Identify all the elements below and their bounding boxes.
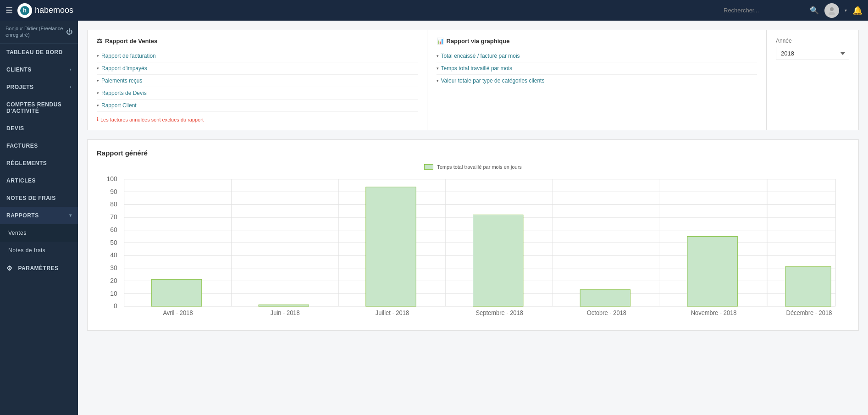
report-graphique-col: 📊 Rapport via graphique ▾ Total encaissé…: [427, 30, 767, 130]
year-label: Année: [776, 38, 849, 44]
link-total-encaisse[interactable]: ▾ Total encaissé / facturé par mois: [437, 50, 757, 62]
sidebar-item-ventes[interactable]: Ventes: [0, 224, 78, 242]
link-impayes[interactable]: ▾ Rapport d'impayés: [97, 62, 418, 75]
logo-text: habemoos: [35, 6, 73, 15]
sidebar-label-clients: CLIENTS: [6, 66, 32, 73]
sidebar-item-articles[interactable]: ARTICLES: [0, 172, 78, 189]
sidebar-item-factures[interactable]: FACTURES: [0, 137, 78, 155]
navbar-icons: ▾ 🔔: [824, 3, 862, 18]
svg-text:80: 80: [110, 200, 117, 208]
link-client[interactable]: ▾ Rapport Client: [97, 100, 418, 112]
year-select[interactable]: 2016 2017 2018 2019: [776, 47, 849, 60]
svg-text:70: 70: [110, 213, 117, 221]
svg-text:Juillet - 2018: Juillet - 2018: [376, 310, 409, 317]
svg-rect-36: [259, 305, 309, 306]
warning-text: ℹ Les factures annulées sont exclues du …: [97, 116, 418, 122]
avatar-chevron-icon[interactable]: ▾: [845, 8, 847, 13]
chart-legend: Temps total travaillé par mois en jours: [97, 164, 849, 170]
svg-text:Septembre - 2018: Septembre - 2018: [475, 310, 523, 317]
link-paiements[interactable]: ▾ Paiements reçus: [97, 75, 418, 87]
chart-section: Rapport généré Temps total travaillé par…: [87, 139, 859, 331]
svg-text:Juin - 2018: Juin - 2018: [271, 310, 300, 317]
link-valeur-totale[interactable]: ▾ Valeur totale par type de catégories c…: [437, 75, 757, 87]
sidebar-item-notes-frais[interactable]: NOTES DE FRAIS: [0, 189, 78, 207]
search-icon[interactable]: 🔍: [810, 6, 819, 15]
sidebar-label-articles: ARTICLES: [6, 177, 36, 184]
svg-text:0: 0: [114, 302, 117, 310]
report-ventes-col: ⚖ Rapport de Ventes ▾ Rapport de factura…: [88, 30, 427, 130]
svg-point-2: [830, 7, 834, 11]
svg-text:Novembre - 2018: Novembre - 2018: [691, 310, 737, 317]
svg-rect-42: [580, 290, 630, 306]
logo: h habemoos: [17, 3, 73, 18]
navbar: ☰ h habemoos 🔍 ▾ 🔔: [0, 0, 868, 21]
svg-text:Décembre - 2018: Décembre - 2018: [786, 310, 832, 317]
search-area: 🔍: [724, 6, 819, 15]
legend-box: [424, 164, 433, 170]
avatar[interactable]: [824, 3, 839, 18]
hamburger-icon[interactable]: ☰: [6, 6, 13, 16]
svg-rect-38: [366, 187, 416, 306]
power-icon[interactable]: ⏻: [66, 28, 72, 35]
svg-text:90: 90: [110, 188, 117, 195]
svg-text:60: 60: [110, 226, 117, 233]
arrow-paiements-icon: ▾: [97, 78, 99, 83]
svg-text:30: 30: [110, 264, 117, 272]
svg-text:100: 100: [107, 175, 117, 183]
arrow-facturation-icon: ▾: [97, 54, 99, 58]
svg-text:h: h: [23, 7, 27, 14]
sidebar-item-notes-de-frais[interactable]: Notes de frais: [0, 242, 78, 259]
svg-rect-46: [785, 267, 831, 306]
main-layout: Bonjour Didier (Freelance enregistré) ⏻ …: [0, 21, 868, 415]
sidebar-label-reglements: RÉGLEMENTS: [6, 160, 47, 166]
sidebar-label-tableau: TABLEAU DE BORD: [6, 49, 63, 55]
user-greeting: Bonjour Didier (Freelance enregistré): [6, 25, 66, 39]
sidebar-item-reglements[interactable]: RÉGLEMENTS: [0, 155, 78, 172]
svg-text:40: 40: [110, 251, 117, 259]
chart-icon: 📊: [437, 38, 444, 44]
sidebar-label-ventes: Ventes: [8, 230, 27, 236]
sidebar-item-tableau[interactable]: TABLEAU DE BORD: [0, 44, 78, 61]
sidebar-item-rapports[interactable]: RAPPORTS ▾: [0, 207, 78, 224]
bar-chart-svg: .grid-line { stroke: #e0e0e0; stroke-wid…: [97, 174, 849, 321]
arrow-client-icon: ▾: [97, 103, 99, 108]
chart-title: Rapport généré: [97, 149, 849, 157]
sidebar-label-devis: DEVIS: [6, 125, 24, 132]
scale-icon: ⚖: [97, 38, 102, 44]
sidebar-item-parametres[interactable]: ⚙ PARAMÈTRES: [0, 259, 78, 277]
sidebar-item-clients[interactable]: CLIENTS ‹: [0, 61, 78, 78]
sidebar-label-rapports: RAPPORTS: [6, 212, 39, 219]
report-graphique-title: 📊 Rapport via graphique: [437, 38, 757, 44]
arrow-total-icon: ▾: [437, 54, 439, 58]
sidebar-user: Bonjour Didier (Freelance enregistré) ⏻: [0, 21, 78, 44]
sidebar-item-projets[interactable]: PROJETS ‹: [0, 78, 78, 96]
logo-icon: h: [17, 3, 32, 18]
report-grid: ⚖ Rapport de Ventes ▾ Rapport de factura…: [87, 30, 859, 130]
svg-text:50: 50: [110, 238, 117, 246]
arrow-impayes-icon: ▾: [97, 66, 99, 71]
svg-rect-44: [687, 236, 737, 306]
sidebar-label-comptes: COMPTES RENDUS D'ACTIVITÉ: [6, 101, 72, 114]
link-devis[interactable]: ▾ Rapports de Devis: [97, 87, 418, 100]
sidebar-label-parametres: PARAMÈTRES: [18, 265, 59, 271]
sidebar-label-notes-frais: NOTES DE FRAIS: [6, 195, 56, 201]
sidebar: Bonjour Didier (Freelance enregistré) ⏻ …: [0, 21, 78, 415]
chevron-clients-icon: ‹: [70, 67, 72, 72]
notification-icon[interactable]: 🔔: [852, 6, 862, 16]
search-input[interactable]: [724, 7, 806, 14]
warning-icon: ℹ: [97, 116, 99, 122]
sidebar-item-devis[interactable]: DEVIS: [0, 120, 78, 137]
chevron-rapports-icon: ▾: [69, 213, 72, 218]
sidebar-label-factures: FACTURES: [6, 143, 38, 149]
svg-text:20: 20: [110, 277, 117, 284]
sidebar-item-comptes[interactable]: COMPTES RENDUS D'ACTIVITÉ: [0, 96, 78, 120]
chevron-projets-icon: ‹: [70, 84, 72, 89]
arrow-devis-icon: ▾: [97, 91, 99, 95]
link-facturation[interactable]: ▾ Rapport de facturation: [97, 50, 418, 62]
year-col: Année 2016 2017 2018 2019: [767, 30, 858, 130]
svg-rect-34: [151, 279, 201, 306]
svg-text:Octobre - 2018: Octobre - 2018: [587, 310, 626, 317]
svg-text:Avril - 2018: Avril - 2018: [163, 310, 193, 317]
link-temps-travaille[interactable]: ▾ Temps total travaillé par mois: [437, 62, 757, 75]
chart-container: .grid-line { stroke: #e0e0e0; stroke-wid…: [97, 174, 849, 321]
